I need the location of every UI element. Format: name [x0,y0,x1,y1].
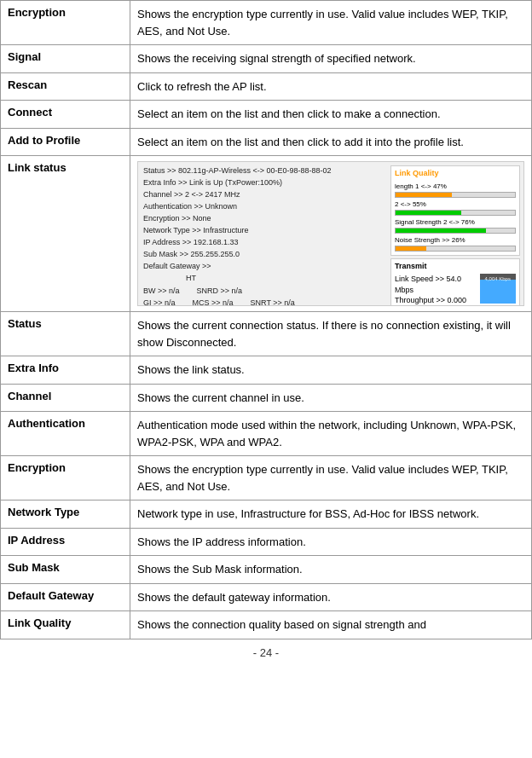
table-row: ChannelShows the current channel in use. [1,384,532,412]
table-row: Add to ProfileSelect an item on the list… [1,128,532,156]
row-value-link-status: Status >> 802.11g-AP-Wireless <-> 00-E0-… [130,156,532,312]
row-label-default-gateway: Default Gateway [1,583,130,611]
row-label-link-quality: Link Quality [1,611,130,639]
row-value-authentication: Authentication mode used within the netw… [130,412,532,456]
row-label-connect: Connect [1,101,130,129]
page-container: EncryptionShows the encryption type curr… [0,0,532,666]
row-value-default-gateway: Shows the default gateway information. [130,583,532,611]
table-row: SignalShows the receiving signal strengt… [1,45,532,73]
table-row: RescanClick to refresh the AP list. [1,72,532,101]
table-row: Sub MaskShows the Sub Mask information. [1,556,532,584]
row-label-ip-address: IP Address [1,528,130,556]
row-label-sub-mask: Sub Mask [1,556,130,584]
row-label-add-to-profile: Add to Profile [1,128,130,156]
table-row: EncryptionShows the encryption type curr… [1,1,532,45]
table-row: ConnectSelect an item on the list and th… [1,101,532,129]
row-value-add-to-profile: Select an item on the list and then clic… [130,128,532,156]
table-row: Network TypeNetwork type in use, Infrast… [1,501,532,529]
transmit-box: TransmitLink Speed >> 54.0 MbpsThroughpu… [390,258,520,307]
table-row: StatusShows the current connection statu… [1,312,532,356]
page-footer: - 24 - [0,639,532,666]
link-status-left: Status >> 802.11g-AP-Wireless <-> 00-E0-… [138,162,387,305]
row-label-signal: Signal [1,45,130,73]
row-value-sub-mask: Shows the Sub Mask information. [130,556,532,584]
row-label-network-type: Network Type [1,501,130,529]
row-label-channel: Channel [1,384,130,412]
row-value-encryption-top: Shows the encryption type currently in u… [130,1,532,45]
row-value-link-quality: Shows the connection quality based on si… [130,611,532,639]
table-row: Extra InfoShows the link status. [1,356,532,385]
row-label-encryption-top: Encryption [1,1,130,45]
table-row: Link QualityShows the connection quality… [1,611,532,639]
row-value-rescan: Click to refresh the AP list. [130,72,532,101]
row-label-link-status: Link status [1,156,130,312]
row-label-authentication: Authentication [1,412,130,456]
link-status-right: Link Qualitylength 1 <-> 47%2 <-> 55%Sig… [387,162,523,305]
row-value-signal: Shows the receiving signal strength of s… [130,45,532,73]
row-value-channel: Shows the current channel in use. [130,384,532,412]
row-value-ip-address: Shows the IP address information. [130,528,532,556]
row-value-encryption: Shows the encryption type currently in u… [130,456,532,501]
row-label-rescan: Rescan [1,72,130,101]
row-label-status: Status [1,312,130,356]
row-value-network-type: Network type in use, Infrastructure for … [130,501,532,529]
link-quality-box: Link Qualitylength 1 <-> 47%2 <-> 55%Sig… [390,165,520,256]
row-value-connect: Select an item on the list and then clic… [130,101,532,129]
link-status-image: Status >> 802.11g-AP-Wireless <-> 00-E0-… [137,161,524,306]
row-value-extra-info: Shows the link status. [130,356,532,385]
row-label-extra-info: Extra Info [1,356,130,385]
table-row: Default GatewayShows the default gateway… [1,583,532,611]
table-row: Link statusStatus >> 802.11g-AP-Wireless… [1,156,532,312]
row-value-status: Shows the current connection status. If … [130,312,532,356]
row-label-encryption: Encryption [1,456,130,501]
content-table: EncryptionShows the encryption type curr… [0,0,532,639]
table-row: EncryptionShows the encryption type curr… [1,456,532,501]
table-row: AuthenticationAuthentication mode used w… [1,412,532,456]
table-row: IP AddressShows the IP address informati… [1,528,532,556]
